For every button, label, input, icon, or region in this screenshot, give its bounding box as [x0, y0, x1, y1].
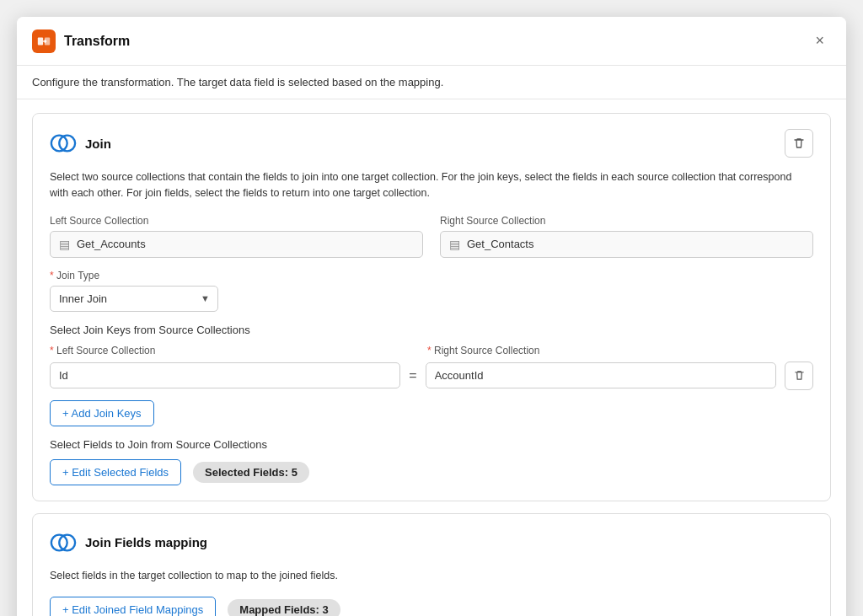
left-source-value: Get_Accounts — [77, 238, 146, 250]
equals-sign: = — [409, 368, 416, 383]
modal-header: Transform × — [17, 17, 846, 66]
left-key-input[interactable] — [50, 362, 400, 388]
selected-fields-badge: Selected Fields: 5 — [193, 462, 309, 483]
join-fields-card-title: Join Fields mapping — [85, 535, 207, 549]
right-source-table-icon: ▤ — [449, 238, 460, 251]
join-card-header: Join — [50, 129, 813, 158]
modal-body: Join Select two source collections that … — [17, 99, 846, 616]
transform-modal: Transform × Configure the transformation… — [17, 17, 846, 616]
edit-mappings-row: + Edit Joined Field Mappings Mapped Fiel… — [50, 597, 813, 616]
right-source-group: Right Source Collection ▤ Get_Contacts — [440, 215, 813, 258]
edit-selected-fields-row: + Edit Selected Fields Selected Fields: … — [50, 459, 813, 485]
join-type-select-wrapper: Inner Join Left Join Right Join Full Out… — [50, 286, 218, 312]
join-card-header-left: Join — [50, 130, 111, 157]
right-source-value: Get_Contacts — [467, 238, 534, 250]
modal-subtitle: Configure the transformation. The target… — [17, 66, 846, 99]
modal-title: Transform — [64, 34, 808, 49]
left-key-label: * Left Source Collection — [50, 345, 397, 356]
transform-icon — [32, 29, 56, 53]
join-fields-icon — [50, 529, 77, 556]
select-fields-label: Select Fields to Join from Source Collec… — [50, 438, 813, 451]
join-description: Select two source collections that conta… — [50, 169, 813, 201]
right-key-label: * Right Source Collection — [427, 345, 775, 356]
close-button[interactable]: × — [808, 29, 831, 53]
join-fields-header-left: Join Fields mapping — [50, 529, 207, 556]
mapped-fields-badge: Mapped Fields: 3 — [228, 599, 340, 616]
join-card-title: Join — [85, 137, 111, 151]
join-fields-card: Join Fields mapping Select fields in the… — [32, 513, 831, 617]
join-delete-button[interactable] — [785, 129, 813, 158]
join-card: Join Select two source collections that … — [32, 113, 831, 501]
source-collections-row: Left Source Collection ▤ Get_Accounts Ri… — [50, 215, 813, 258]
delete-join-key-button[interactable] — [785, 362, 813, 390]
right-required-star: * — [427, 345, 432, 356]
required-star: * — [50, 270, 54, 281]
right-source-label: Right Source Collection — [440, 215, 813, 227]
join-keys-labels-row: * Left Source Collection * Right Source … — [50, 345, 813, 356]
add-join-keys-button[interactable]: + Add Join Keys — [50, 400, 154, 426]
left-required-star: * — [50, 345, 54, 356]
right-key-input[interactable] — [426, 362, 776, 388]
join-fields-card-header: Join Fields mapping — [50, 529, 813, 556]
join-icon — [50, 130, 77, 157]
join-type-row: * Join Type Inner Join Left Join Right J… — [50, 270, 813, 312]
left-source-table-icon: ▤ — [59, 238, 70, 251]
edit-joined-field-mappings-button[interactable]: + Edit Joined Field Mappings — [50, 597, 216, 616]
left-source-input[interactable]: ▤ Get_Accounts — [50, 231, 423, 258]
right-source-input[interactable]: ▤ Get_Contacts — [440, 231, 813, 258]
join-type-label: * Join Type — [50, 270, 813, 281]
join-keys-section-label: Select Join Keys from Source Collections — [50, 324, 813, 336]
svg-rect-0 — [38, 37, 43, 45]
left-source-label: Left Source Collection — [50, 215, 423, 227]
join-fields-description: Select fields in the target collection t… — [50, 568, 813, 584]
join-type-select[interactable]: Inner Join Left Join Right Join Full Out… — [50, 286, 218, 312]
join-keys-inputs-row: = — [50, 362, 813, 390]
left-source-group: Left Source Collection ▤ Get_Accounts — [50, 215, 423, 258]
edit-selected-fields-button[interactable]: + Edit Selected Fields — [50, 459, 181, 485]
